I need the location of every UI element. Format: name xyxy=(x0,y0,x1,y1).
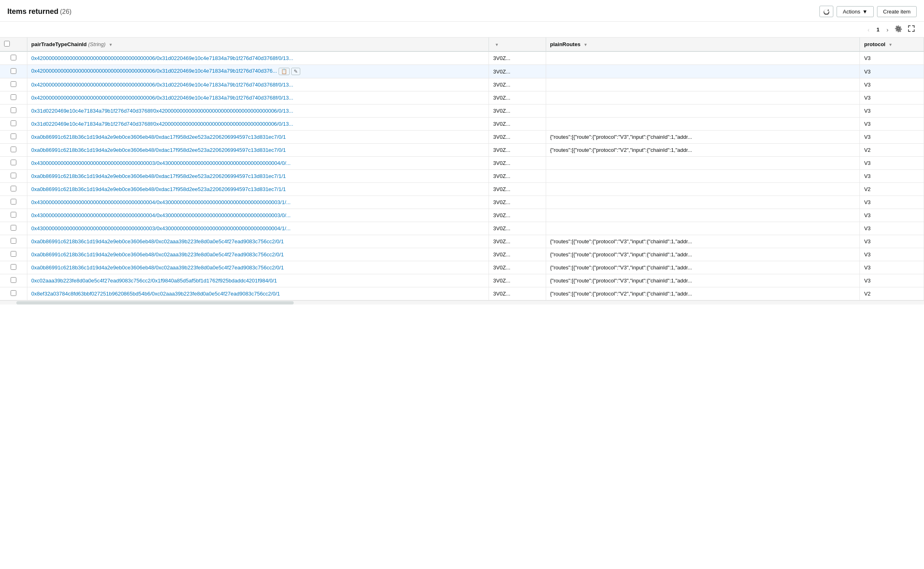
row-checkbox[interactable] xyxy=(11,160,16,165)
next-page-button[interactable]: › xyxy=(884,25,891,34)
header-actions: Actions ▼ Create item xyxy=(819,6,917,17)
pairTradeTypeChainId-cell: 0x42000000000000000000000000000000000000… xyxy=(27,91,489,104)
pair-trade-link[interactable]: 0xa0b86991c6218b36c1d19d4a2e9eb0ce3606eb… xyxy=(31,238,284,244)
plainRoutes-cell xyxy=(546,78,860,91)
val-cell: 3V0Z... xyxy=(489,222,546,235)
protocol-label: protocol xyxy=(864,41,885,47)
pair-trade-link[interactable]: 0x31d0220469e10c4e71834a79b1f276d740d376… xyxy=(31,108,293,114)
table-row: 0x43000000000000000000000000000000000000… xyxy=(0,157,924,170)
row-checkbox[interactable] xyxy=(11,238,16,244)
row-checkbox-cell xyxy=(0,248,27,261)
row-checkbox[interactable] xyxy=(11,81,16,87)
plainRoutes-cell: {"routes":[{"route":{"protocol":"V3","in… xyxy=(546,261,860,274)
protocol-cell: V3 xyxy=(860,274,924,287)
row-checkbox[interactable] xyxy=(11,290,16,296)
header-bar: Items returned (26) Actions ▼ Create ite… xyxy=(0,0,924,22)
pair-trade-link[interactable]: 0xc02aaa39b223fe8d0a0e5c4f27ead9083c756c… xyxy=(31,278,277,284)
val-header[interactable]: ▼ xyxy=(489,38,546,51)
pair-trade-link[interactable]: 0x42000000000000000000000000000000000000… xyxy=(31,55,293,61)
pairTradeTypeChainId-cell: 0xa0b86991c6218b36c1d19d4a2e9eb0ce3606eb… xyxy=(27,248,489,261)
table-row: 0x8ef32a03784c8fd63bbf027251b9620865bd54… xyxy=(0,287,924,300)
actions-button[interactable]: Actions ▼ xyxy=(837,6,874,17)
pair-trade-link[interactable]: 0xa0b86991c6218b36c1d19d4a2e9eb0ce3606eb… xyxy=(31,173,286,179)
row-checkbox[interactable] xyxy=(11,133,16,139)
table-row: 0x43000000000000000000000000000000000000… xyxy=(0,196,924,209)
pair-trade-link[interactable]: 0x8ef32a03784c8fd63bbf027251b9620865bd54… xyxy=(31,291,280,297)
row-checkbox-cell xyxy=(0,51,27,65)
pair-trade-link[interactable]: 0x43000000000000000000000000000000000000… xyxy=(31,212,291,218)
plainRoutes-sort-icon: ▼ xyxy=(584,42,588,47)
pair-trade-link[interactable]: 0xa0b86991c6218b36c1d19d4a2e9eb0ce3606eb… xyxy=(31,147,286,153)
refresh-button[interactable] xyxy=(819,6,833,17)
protocol-cell: V3 xyxy=(860,170,924,183)
settings-icon[interactable] xyxy=(893,24,904,35)
row-checkbox[interactable] xyxy=(11,225,16,231)
row-checkbox[interactable] xyxy=(11,212,16,218)
pairTradeTypeChainId-header[interactable]: pairTradeTypeChainId (String) ▼ xyxy=(27,38,489,51)
pairTradeTypeChainId-cell: 0x43000000000000000000000000000000000000… xyxy=(27,196,489,209)
pair-trade-link[interactable]: 0xa0b86991c6218b36c1d19d4a2e9eb0ce3606eb… xyxy=(31,264,284,271)
protocol-cell: V3 xyxy=(860,157,924,170)
val-sort-icon: ▼ xyxy=(495,42,499,47)
plainRoutes-cell xyxy=(546,91,860,104)
plainRoutes-cell xyxy=(546,222,860,235)
prev-page-button[interactable]: ‹ xyxy=(866,25,872,34)
protocol-header[interactable]: protocol ▼ xyxy=(860,38,924,51)
protocol-cell: V3 xyxy=(860,261,924,274)
plainRoutes-header[interactable]: plainRoutes ▼ xyxy=(546,38,860,51)
protocol-cell: V3 xyxy=(860,104,924,118)
val-cell: 3V0Z... xyxy=(489,170,546,183)
protocol-cell: V3 xyxy=(860,78,924,91)
row-checkbox[interactable] xyxy=(11,120,16,126)
row-checkbox[interactable] xyxy=(11,55,16,60)
pair-trade-link[interactable]: 0x42000000000000000000000000000000000000… xyxy=(31,82,293,88)
pair-trade-link[interactable]: 0x43000000000000000000000000000000000000… xyxy=(31,160,291,166)
table-row: 0x31d0220469e10c4e71834a79b1f276d740d376… xyxy=(0,104,924,118)
row-checkbox-cell xyxy=(0,65,27,78)
row-checkbox[interactable] xyxy=(11,68,16,74)
pair-trade-link[interactable]: 0xa0b86991c6218b36c1d19d4a2e9eb0ce3606eb… xyxy=(31,186,286,192)
row-checkbox[interactable] xyxy=(11,107,16,113)
pair-trade-link[interactable]: 0x43000000000000000000000000000000000000… xyxy=(31,199,291,205)
pair-trade-link[interactable]: 0x42000000000000000000000000000000000000… xyxy=(31,68,277,74)
pairTradeTypeChainId-cell: 0xa0b86991c6218b36c1d19d4a2e9eb0ce3606eb… xyxy=(27,261,489,274)
val-cell: 3V0Z... xyxy=(489,183,546,196)
pair-trade-link[interactable]: 0x31d0220469e10c4e71834a79b1f276d740d376… xyxy=(31,121,293,127)
select-all-checkbox[interactable] xyxy=(4,41,10,47)
protocol-cell: V2 xyxy=(860,183,924,196)
protocol-cell: V3 xyxy=(860,235,924,248)
row-checkbox[interactable] xyxy=(11,173,16,178)
row-checkbox[interactable] xyxy=(11,264,16,270)
val-cell: 3V0Z... xyxy=(489,274,546,287)
horizontal-scrollbar[interactable] xyxy=(0,300,924,305)
page-number: 1 xyxy=(874,26,882,33)
row-checkbox[interactable] xyxy=(11,199,16,204)
pair-trade-link[interactable]: 0x42000000000000000000000000000000000000… xyxy=(31,95,293,101)
row-checkbox-cell xyxy=(0,157,27,170)
pairTradeTypeChainId-label: pairTradeTypeChainId (String) xyxy=(31,41,106,47)
row-checkbox-cell xyxy=(0,144,27,157)
edit-button[interactable]: ✎ xyxy=(291,68,300,75)
row-checkbox[interactable] xyxy=(11,277,16,283)
pairTradeTypeChainId-cell: 0xa0b86991c6218b36c1d19d4a2e9eb0ce3606eb… xyxy=(27,183,489,196)
row-checkbox[interactable] xyxy=(11,94,16,100)
pairTradeTypeChainId-cell: 0x43000000000000000000000000000000000000… xyxy=(27,157,489,170)
row-checkbox-cell xyxy=(0,222,27,235)
pair-trade-link[interactable]: 0xa0b86991c6218b36c1d19d4a2e9eb0ce3606eb… xyxy=(31,134,286,140)
plainRoutes-cell: {"routes":[{"route":{"protocol":"V2","in… xyxy=(546,144,860,157)
protocol-cell: V3 xyxy=(860,196,924,209)
row-checkbox[interactable] xyxy=(11,147,16,152)
copy-button[interactable]: 📋 xyxy=(279,68,290,75)
pair-trade-link[interactable]: 0x43000000000000000000000000000000000000… xyxy=(31,225,291,231)
plainRoutes-cell: {"routes":[{"route":{"protocol":"V2","in… xyxy=(546,287,860,300)
create-item-button[interactable]: Create item xyxy=(877,6,917,17)
pair-trade-link[interactable]: 0xa0b86991c6218b36c1d19d4a2e9eb0ce3606eb… xyxy=(31,251,284,258)
table-row: 0xa0b86991c6218b36c1d19d4a2e9eb0ce3606eb… xyxy=(0,170,924,183)
val-cell: 3V0Z... xyxy=(489,104,546,118)
protocol-cell: V3 xyxy=(860,118,924,131)
protocol-cell: V3 xyxy=(860,248,924,261)
table-row: 0x31d0220469e10c4e71834a79b1f276d740d376… xyxy=(0,118,924,131)
expand-icon[interactable] xyxy=(906,24,917,35)
row-checkbox[interactable] xyxy=(11,186,16,191)
row-checkbox[interactable] xyxy=(11,251,16,257)
